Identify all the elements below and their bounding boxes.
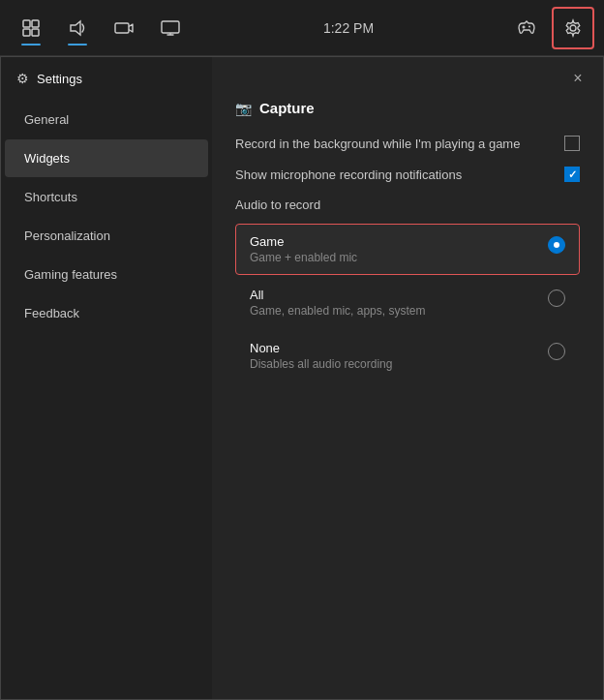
radio-option-game[interactable]: Game Game + enabled mic	[235, 224, 580, 275]
sidebar-item-shortcuts[interactable]: Shortcuts	[5, 178, 208, 216]
sidebar: ⚙ Settings General Widgets Shortcuts Per…	[1, 57, 212, 699]
content-panel: × 📷 Capture Record in the background whi…	[212, 57, 603, 699]
audio-radio-group: Game Game + enabled mic All Game, enable…	[235, 224, 580, 381]
svg-rect-6	[162, 21, 179, 33]
radio-game-sub: Game + enabled mic	[250, 251, 357, 264]
sidebar-header: ⚙ Settings	[1, 57, 212, 100]
svg-rect-5	[115, 23, 129, 33]
background-record-label: Record in the background while I'm playi…	[235, 137, 564, 151]
sidebar-item-general[interactable]: General	[5, 101, 208, 138]
sidebar-item-widgets[interactable]: Widgets	[5, 139, 208, 177]
close-button[interactable]: ×	[564, 65, 591, 92]
camera-icon[interactable]	[103, 7, 145, 49]
sidebar-item-feedback[interactable]: Feedback	[5, 294, 208, 332]
radio-option-none[interactable]: None Disables all audio recording	[235, 330, 580, 381]
background-record-checkbox[interactable]	[564, 136, 580, 151]
section-title: 📷 Capture	[235, 100, 580, 116]
svg-rect-1	[32, 20, 39, 27]
radio-none-sub: Disables all audio recording	[250, 357, 392, 371]
controller-icon[interactable]	[505, 7, 548, 49]
content-header: ×	[212, 57, 603, 100]
mic-notifications-checkbox[interactable]	[564, 167, 580, 182]
radio-all-label: All	[250, 288, 425, 302]
svg-rect-3	[32, 29, 39, 36]
radio-all-sub: Game, enabled mic, apps, system	[250, 304, 425, 318]
settings-header-icon: ⚙	[16, 71, 29, 86]
radio-all-circle	[548, 289, 565, 307]
display-icon[interactable]	[149, 7, 192, 49]
mic-notifications-label: Show microphone recording notifications	[235, 167, 564, 182]
svg-point-11	[528, 25, 530, 27]
taskbar: 1:22 PM	[0, 0, 604, 56]
radio-game-label: Game	[250, 234, 357, 249]
taskbar-time: 1:22 PM	[196, 20, 501, 36]
svg-point-12	[570, 25, 576, 31]
setting-row-background-record: Record in the background while I'm playi…	[235, 136, 580, 151]
sidebar-item-personalization[interactable]: Personalization	[5, 217, 208, 255]
capture-icon: 📷	[235, 101, 252, 116]
content-body: 📷 Capture Record in the background while…	[212, 100, 603, 699]
radio-game-circle	[548, 236, 565, 254]
settings-icon[interactable]	[552, 7, 594, 49]
radio-option-all[interactable]: All Game, enabled mic, apps, system	[235, 277, 580, 328]
svg-marker-4	[71, 21, 80, 35]
sidebar-item-gaming-features[interactable]: Gaming features	[5, 256, 208, 293]
main-window: ⚙ Settings General Widgets Shortcuts Per…	[0, 56, 604, 700]
svg-rect-0	[23, 20, 30, 27]
volume-icon[interactable]	[56, 7, 99, 49]
sidebar-title: Settings	[37, 72, 82, 86]
radio-none-circle	[548, 343, 565, 360]
audio-to-record-label: Audio to record	[235, 198, 580, 212]
widgets-icon[interactable]	[10, 7, 52, 49]
radio-none-label: None	[250, 341, 392, 355]
setting-row-mic-notifications: Show microphone recording notifications	[235, 167, 580, 182]
svg-rect-2	[23, 29, 30, 36]
